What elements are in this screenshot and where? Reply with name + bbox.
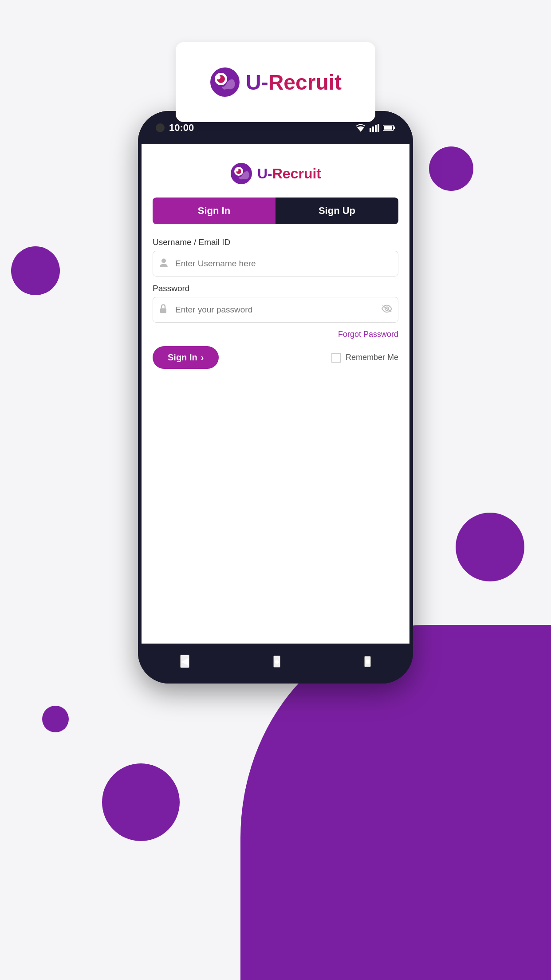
svg-rect-6 [372,126,374,132]
camera [156,123,165,132]
nav-home-button[interactable]: ● [273,656,280,668]
remember-me-label: Remember Me [346,353,398,362]
top-logo-card: U-Recruit [176,42,375,122]
nav-recent-button[interactable]: ■ [364,656,371,667]
svg-rect-10 [394,126,395,129]
bg-circle-4 [429,146,473,191]
svg-marker-4 [357,127,364,132]
eye-icon[interactable] [382,305,392,315]
user-icon [159,258,169,270]
svg-point-16 [161,259,166,263]
form-bottom-row: Sign In › Remember Me [153,346,398,369]
status-time: 10:00 [169,122,194,134]
app-logo: U-Recruit [230,162,321,185]
lock-icon [159,304,168,316]
logo-text: U-Recruit [246,70,342,95]
signal-icon [370,124,379,132]
phone-body: 10:00 [138,111,413,684]
battery-icon [383,124,395,131]
phone-screen: U-Recruit Sign In Sign Up Username / Ema… [142,144,409,644]
password-input-wrapper [153,297,398,323]
wifi-icon [355,124,366,132]
phone-wrapper: 10:00 [138,111,413,684]
app-logo-u: U- [257,166,272,182]
svg-point-3 [216,75,220,79]
username-input-wrapper [153,251,398,277]
nav-back-button[interactable]: ◀ [180,655,189,668]
svg-rect-8 [378,124,379,132]
svg-rect-7 [375,125,377,132]
tab-signup[interactable]: Sign Up [276,198,398,224]
tab-signin[interactable]: Sign In [153,198,276,224]
app-logo-recruit: Recruit [272,166,321,182]
bg-circle-3 [102,763,180,841]
svg-rect-11 [384,126,392,130]
svg-rect-17 [160,308,166,313]
remember-me-container: Remember Me [331,353,398,363]
logo-icon [209,67,240,98]
auth-tabs: Sign In Sign Up [153,198,398,224]
logo-container: U-Recruit [209,67,342,98]
username-label: Username / Email ID [153,237,398,247]
logo-u-text: U- [246,71,268,94]
app-logo-icon [230,162,253,185]
bg-circle-5 [456,513,524,581]
remember-me-checkbox[interactable] [331,353,341,363]
svg-point-15 [235,169,238,172]
status-icons [355,124,395,132]
signin-button[interactable]: Sign In › [153,346,219,369]
password-label: Password [153,284,398,293]
forgot-password-link[interactable]: Forgot Password [153,330,398,339]
bg-circle-1 [11,246,60,295]
bg-circle-2 [42,706,69,732]
phone-nav-bar: ◀ ● ■ [138,644,413,684]
password-input[interactable] [153,297,398,323]
username-input[interactable] [153,251,398,277]
logo-recruit-text: Recruit [268,71,342,94]
app-logo-text: U-Recruit [257,166,321,182]
svg-rect-5 [370,128,371,132]
app-content: U-Recruit Sign In Sign Up Username / Ema… [142,144,409,644]
